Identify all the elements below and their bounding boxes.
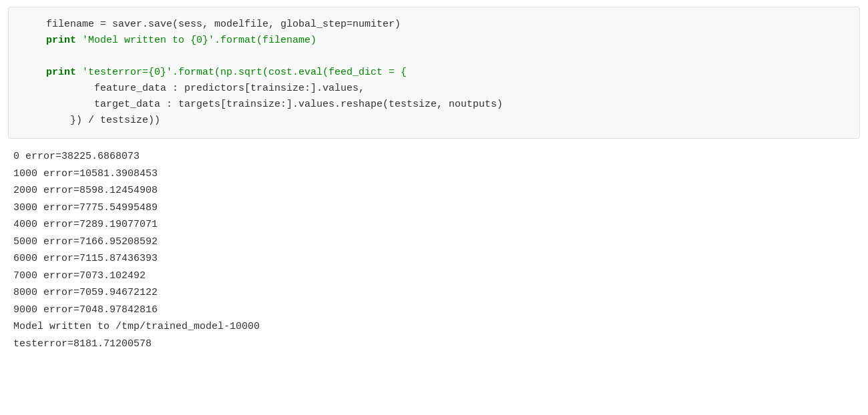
code-space2 bbox=[76, 67, 82, 78]
output-block: 0 error=38225.6868073 1000 error=10581.3… bbox=[0, 139, 868, 359]
output-line-10: 9000 error=7048.97842816 bbox=[13, 302, 855, 319]
output-line-5: 4000 error=7289.19077071 bbox=[13, 216, 855, 234]
code-indent bbox=[22, 35, 46, 46]
output-line-9: 8000 error=7059.94672122 bbox=[13, 284, 855, 302]
output-line-7: 6000 error=7115.87436393 bbox=[13, 250, 855, 268]
code-indent2 bbox=[22, 67, 46, 78]
keyword-print-2: print bbox=[46, 67, 76, 78]
code-line-7: }) / testsize)) bbox=[22, 113, 846, 129]
output-line-8: 7000 error=7073.102492 bbox=[13, 268, 855, 285]
keyword-print-1: print bbox=[46, 35, 76, 46]
output-line-11: Model written to /tmp/trained_model-1000… bbox=[13, 318, 855, 336]
code-line-2: print 'Model written to {0}'.format(file… bbox=[22, 33, 846, 49]
code-line-4: print 'testerror={0}'.format(np.sqrt(cos… bbox=[22, 65, 846, 81]
code-block: filename = saver.save(sess, modelfile, g… bbox=[8, 7, 860, 139]
code-text: filename = saver.save(sess, modelfile, g… bbox=[22, 19, 401, 30]
output-line-6: 5000 error=7166.95208592 bbox=[13, 234, 855, 251]
output-line-1: 0 error=38225.6868073 bbox=[13, 148, 855, 165]
string-model-written: 'Model written to {0}'.format(filename) bbox=[82, 35, 316, 46]
code-line-1: filename = saver.save(sess, modelfile, g… bbox=[22, 17, 846, 33]
code-text-5: feature_data : predictors[trainsize:].va… bbox=[22, 83, 365, 94]
code-line-6: target_data : targets[trainsize:].values… bbox=[22, 97, 846, 113]
output-line-3: 2000 error=8598.12454908 bbox=[13, 182, 855, 199]
code-space bbox=[76, 35, 82, 46]
output-line-2: 1000 error=10581.3908453 bbox=[13, 165, 855, 183]
code-line-5: feature_data : predictors[trainsize:].va… bbox=[22, 81, 846, 97]
output-line-12: testerror=8181.71200578 bbox=[13, 336, 855, 353]
string-testerror: 'testerror={0}'.format(np.sqrt(cost.eval… bbox=[82, 67, 407, 78]
code-line-3 bbox=[22, 49, 846, 65]
page-container: filename = saver.save(sess, modelfile, g… bbox=[0, 0, 868, 415]
code-text-6: target_data : targets[trainsize:].values… bbox=[22, 99, 503, 110]
code-text-7: }) / testsize)) bbox=[22, 115, 160, 126]
output-line-4: 3000 error=7775.54995489 bbox=[13, 199, 855, 217]
